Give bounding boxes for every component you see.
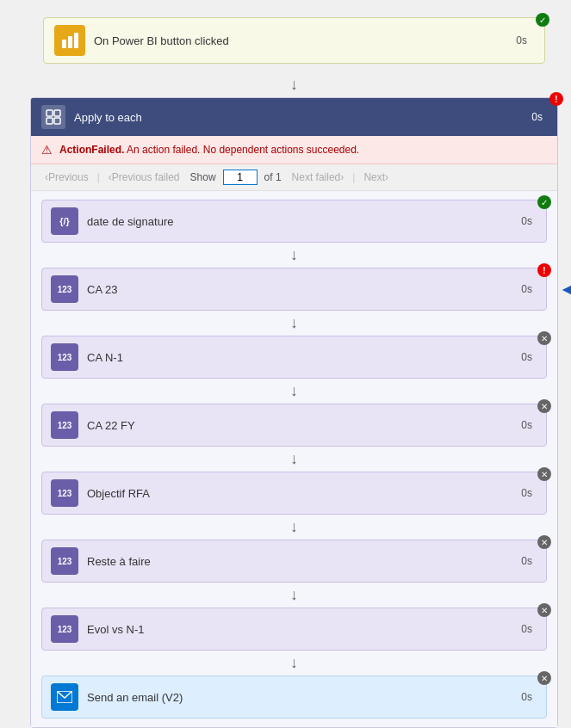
error-banner: ⚠ ActionFailed. An action failed. No dep… bbox=[31, 136, 557, 164]
action-title-6: Reste à faire bbox=[87, 555, 521, 568]
action-icon-1: {/} bbox=[51, 207, 78, 235]
trigger-status-badge: ✓ bbox=[536, 13, 549, 27]
svg-rect-3 bbox=[47, 110, 53, 116]
show-label: Show bbox=[190, 171, 216, 183]
svg-rect-4 bbox=[54, 110, 60, 116]
connector-6: ↓ bbox=[41, 515, 547, 540]
trigger-title: On Power BI button clicked bbox=[94, 34, 516, 47]
error-message: ActionFailed. An action failed. No depen… bbox=[59, 144, 359, 156]
action-icon-4: 123 bbox=[51, 411, 78, 439]
action-duration-1: 0s bbox=[521, 215, 532, 227]
next-button[interactable]: Next › bbox=[360, 170, 392, 185]
action-icon-3: 123 bbox=[51, 343, 78, 371]
action-icon-8 bbox=[51, 683, 78, 711]
apply-each-icon bbox=[41, 105, 65, 129]
action-duration-7: 0s bbox=[521, 623, 532, 635]
action-card-4[interactable]: 123 CA 22 FY 0s ✕ bbox=[41, 404, 547, 447]
svg-rect-6 bbox=[54, 118, 60, 124]
connector-3: ↓ bbox=[41, 311, 547, 336]
action-icon-2: 123 bbox=[51, 275, 78, 303]
action-1-status-badge: ✓ bbox=[537, 195, 551, 209]
action-title-2: CA 23 bbox=[87, 283, 521, 296]
action-title-8: Send an email (V2) bbox=[87, 691, 521, 704]
action-7-status-badge: ✕ bbox=[537, 603, 551, 617]
chevron-right-icon: › bbox=[385, 171, 388, 183]
action-card-6[interactable]: 123 Reste à faire 0s ✕ bbox=[41, 540, 547, 583]
apply-each-container: Apply to each 0s ! ⚠ ActionFailed. An ac… bbox=[30, 97, 558, 728]
connector-4: ↓ bbox=[41, 379, 547, 404]
previous-failed-button[interactable]: ‹ Previous failed bbox=[105, 170, 183, 185]
action-2-status-badge: ! bbox=[537, 263, 551, 277]
connector-arrow-1: ↓ bbox=[9, 72, 571, 97]
connector-8: ↓ bbox=[41, 651, 547, 676]
pagination-bar: ‹ Previous | ‹ Previous failed Show of 1… bbox=[31, 164, 557, 191]
trigger-duration: 0s bbox=[516, 34, 527, 46]
apply-each-duration: 0s bbox=[531, 111, 543, 123]
action-card-7[interactable]: 123 Evol vs N-1 0s ✕ bbox=[41, 608, 547, 651]
svg-rect-5 bbox=[47, 118, 53, 124]
page-input[interactable] bbox=[223, 170, 258, 185]
action-4-status-badge: ✕ bbox=[537, 399, 551, 413]
apply-each-body: {/} date de signature 0s ✓ ↓ 123 CA 23 0… bbox=[31, 191, 557, 727]
action-duration-6: 0s bbox=[521, 555, 532, 567]
action-title-1: date de signature bbox=[87, 215, 521, 228]
action-card-8[interactable]: Send an email (V2) 0s ✕ bbox=[41, 676, 547, 719]
of-label: of 1 bbox=[264, 171, 282, 183]
separator-2: | bbox=[352, 171, 355, 183]
action-icon-5: 123 bbox=[51, 479, 78, 507]
action-8-status-badge: ✕ bbox=[537, 671, 551, 685]
action-icon-7: 123 bbox=[51, 615, 78, 643]
action-duration-5: 0s bbox=[521, 487, 532, 499]
trigger-icon bbox=[54, 25, 85, 56]
svg-rect-0 bbox=[62, 40, 66, 48]
action-title-7: Evol vs N-1 bbox=[87, 623, 521, 636]
connector-5: ↓ bbox=[41, 447, 547, 472]
action-icon-6: 123 bbox=[51, 547, 78, 575]
separator-1: | bbox=[97, 171, 100, 183]
blue-arrow-indicator: ◄ bbox=[557, 275, 571, 303]
action-card-1[interactable]: {/} date de signature 0s ✓ bbox=[41, 200, 547, 243]
svg-rect-2 bbox=[74, 33, 78, 48]
action-duration-8: 0s bbox=[521, 691, 532, 703]
next-failed-button[interactable]: Next failed › bbox=[289, 170, 348, 185]
action-6-status-badge: ✕ bbox=[537, 535, 551, 549]
action-3-status-badge: ✕ bbox=[537, 331, 551, 345]
action-duration-4: 0s bbox=[521, 419, 532, 431]
apply-each-status-badge: ! bbox=[549, 92, 563, 106]
chevron-right-failed-icon: › bbox=[340, 171, 344, 183]
action-card-3[interactable]: 123 CA N-1 0s ✕ bbox=[41, 336, 547, 379]
action-card-5[interactable]: 123 Objectif RFA 0s ✕ bbox=[41, 472, 547, 515]
connector-2: ↓ bbox=[41, 243, 547, 268]
action-5-status-badge: ✕ bbox=[537, 467, 551, 481]
warning-icon: ⚠ bbox=[41, 143, 53, 157]
action-title-5: Objectif RFA bbox=[87, 487, 521, 500]
action-card-2[interactable]: 123 CA 23 0s ! bbox=[41, 268, 547, 311]
connector-7: ↓ bbox=[41, 583, 547, 608]
apply-each-header[interactable]: Apply to each 0s ! bbox=[31, 98, 557, 136]
action-duration-3: 0s bbox=[521, 351, 532, 363]
apply-each-title: Apply to each bbox=[74, 111, 531, 124]
action-duration-2: 0s bbox=[521, 283, 532, 295]
svg-rect-1 bbox=[68, 36, 72, 48]
previous-button[interactable]: ‹ Previous bbox=[41, 170, 92, 185]
trigger-card[interactable]: On Power BI button clicked 0s ✓ bbox=[43, 17, 545, 64]
action-title-4: CA 22 FY bbox=[87, 419, 521, 432]
action-title-3: CA N-1 bbox=[87, 351, 521, 364]
